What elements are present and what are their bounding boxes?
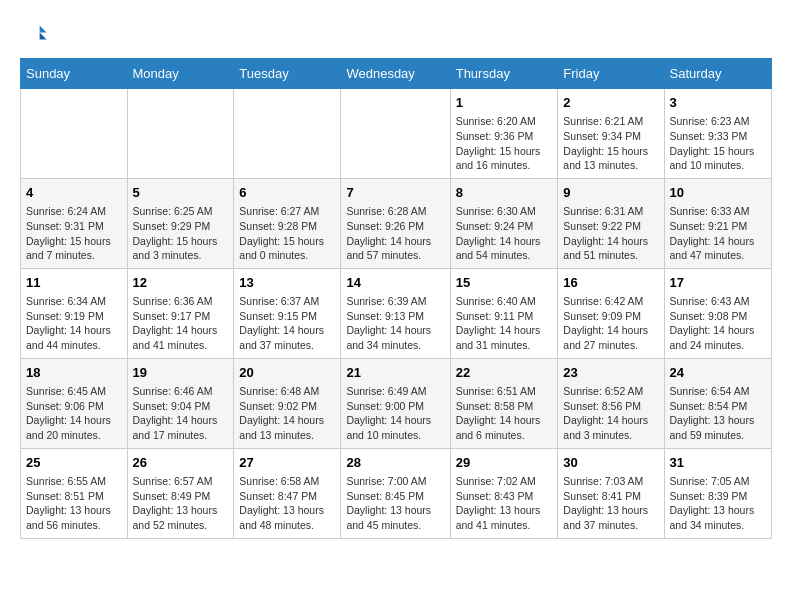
day-number: 6	[239, 184, 335, 202]
page-header	[20, 20, 772, 48]
day-info: Sunrise: 6:28 AM Sunset: 9:26 PM Dayligh…	[346, 204, 444, 263]
day-info: Sunrise: 7:05 AM Sunset: 8:39 PM Dayligh…	[670, 474, 766, 533]
day-info: Sunrise: 6:52 AM Sunset: 8:56 PM Dayligh…	[563, 384, 658, 443]
week-row-1: 1Sunrise: 6:20 AM Sunset: 9:36 PM Daylig…	[21, 89, 772, 179]
calendar-cell: 27Sunrise: 6:58 AM Sunset: 8:47 PM Dayli…	[234, 448, 341, 538]
day-number: 17	[670, 274, 766, 292]
svg-marker-1	[40, 33, 47, 40]
day-number: 27	[239, 454, 335, 472]
calendar-cell	[234, 89, 341, 179]
day-info: Sunrise: 6:54 AM Sunset: 8:54 PM Dayligh…	[670, 384, 766, 443]
day-info: Sunrise: 6:34 AM Sunset: 9:19 PM Dayligh…	[26, 294, 122, 353]
logo	[20, 20, 52, 48]
calendar-cell: 7Sunrise: 6:28 AM Sunset: 9:26 PM Daylig…	[341, 178, 450, 268]
day-info: Sunrise: 6:21 AM Sunset: 9:34 PM Dayligh…	[563, 114, 658, 173]
day-number: 9	[563, 184, 658, 202]
week-row-5: 25Sunrise: 6:55 AM Sunset: 8:51 PM Dayli…	[21, 448, 772, 538]
calendar-cell: 21Sunrise: 6:49 AM Sunset: 9:00 PM Dayli…	[341, 358, 450, 448]
weekday-header-friday: Friday	[558, 59, 664, 89]
day-number: 2	[563, 94, 658, 112]
day-number: 11	[26, 274, 122, 292]
week-row-2: 4Sunrise: 6:24 AM Sunset: 9:31 PM Daylig…	[21, 178, 772, 268]
calendar-cell: 10Sunrise: 6:33 AM Sunset: 9:21 PM Dayli…	[664, 178, 771, 268]
calendar-cell: 12Sunrise: 6:36 AM Sunset: 9:17 PM Dayli…	[127, 268, 234, 358]
day-info: Sunrise: 6:57 AM Sunset: 8:49 PM Dayligh…	[133, 474, 229, 533]
calendar-cell: 15Sunrise: 6:40 AM Sunset: 9:11 PM Dayli…	[450, 268, 558, 358]
day-info: Sunrise: 6:25 AM Sunset: 9:29 PM Dayligh…	[133, 204, 229, 263]
day-number: 14	[346, 274, 444, 292]
calendar-cell: 8Sunrise: 6:30 AM Sunset: 9:24 PM Daylig…	[450, 178, 558, 268]
day-info: Sunrise: 6:24 AM Sunset: 9:31 PM Dayligh…	[26, 204, 122, 263]
calendar-cell: 31Sunrise: 7:05 AM Sunset: 8:39 PM Dayli…	[664, 448, 771, 538]
calendar-cell: 4Sunrise: 6:24 AM Sunset: 9:31 PM Daylig…	[21, 178, 128, 268]
day-info: Sunrise: 7:02 AM Sunset: 8:43 PM Dayligh…	[456, 474, 553, 533]
day-number: 15	[456, 274, 553, 292]
day-info: Sunrise: 6:40 AM Sunset: 9:11 PM Dayligh…	[456, 294, 553, 353]
week-row-4: 18Sunrise: 6:45 AM Sunset: 9:06 PM Dayli…	[21, 358, 772, 448]
calendar-cell: 25Sunrise: 6:55 AM Sunset: 8:51 PM Dayli…	[21, 448, 128, 538]
day-number: 3	[670, 94, 766, 112]
day-info: Sunrise: 6:39 AM Sunset: 9:13 PM Dayligh…	[346, 294, 444, 353]
calendar-cell: 24Sunrise: 6:54 AM Sunset: 8:54 PM Dayli…	[664, 358, 771, 448]
day-number: 26	[133, 454, 229, 472]
day-info: Sunrise: 6:58 AM Sunset: 8:47 PM Dayligh…	[239, 474, 335, 533]
calendar-cell: 30Sunrise: 7:03 AM Sunset: 8:41 PM Dayli…	[558, 448, 664, 538]
day-number: 7	[346, 184, 444, 202]
calendar-cell: 17Sunrise: 6:43 AM Sunset: 9:08 PM Dayli…	[664, 268, 771, 358]
day-number: 25	[26, 454, 122, 472]
day-info: Sunrise: 6:48 AM Sunset: 9:02 PM Dayligh…	[239, 384, 335, 443]
calendar-cell: 18Sunrise: 6:45 AM Sunset: 9:06 PM Dayli…	[21, 358, 128, 448]
calendar-cell: 11Sunrise: 6:34 AM Sunset: 9:19 PM Dayli…	[21, 268, 128, 358]
day-number: 28	[346, 454, 444, 472]
day-number: 31	[670, 454, 766, 472]
logo-icon	[20, 20, 48, 48]
day-number: 21	[346, 364, 444, 382]
calendar-cell: 9Sunrise: 6:31 AM Sunset: 9:22 PM Daylig…	[558, 178, 664, 268]
day-number: 18	[26, 364, 122, 382]
day-number: 8	[456, 184, 553, 202]
calendar-cell: 5Sunrise: 6:25 AM Sunset: 9:29 PM Daylig…	[127, 178, 234, 268]
day-number: 23	[563, 364, 658, 382]
day-info: Sunrise: 6:23 AM Sunset: 9:33 PM Dayligh…	[670, 114, 766, 173]
calendar-cell: 6Sunrise: 6:27 AM Sunset: 9:28 PM Daylig…	[234, 178, 341, 268]
day-info: Sunrise: 6:37 AM Sunset: 9:15 PM Dayligh…	[239, 294, 335, 353]
calendar-cell: 14Sunrise: 6:39 AM Sunset: 9:13 PM Dayli…	[341, 268, 450, 358]
day-info: Sunrise: 6:55 AM Sunset: 8:51 PM Dayligh…	[26, 474, 122, 533]
day-info: Sunrise: 6:49 AM Sunset: 9:00 PM Dayligh…	[346, 384, 444, 443]
day-info: Sunrise: 6:33 AM Sunset: 9:21 PM Dayligh…	[670, 204, 766, 263]
calendar-cell	[21, 89, 128, 179]
day-number: 1	[456, 94, 553, 112]
day-number: 12	[133, 274, 229, 292]
day-info: Sunrise: 6:45 AM Sunset: 9:06 PM Dayligh…	[26, 384, 122, 443]
calendar-cell: 19Sunrise: 6:46 AM Sunset: 9:04 PM Dayli…	[127, 358, 234, 448]
weekday-header-thursday: Thursday	[450, 59, 558, 89]
day-number: 10	[670, 184, 766, 202]
day-number: 20	[239, 364, 335, 382]
day-number: 24	[670, 364, 766, 382]
weekday-header-monday: Monday	[127, 59, 234, 89]
day-number: 5	[133, 184, 229, 202]
day-info: Sunrise: 6:20 AM Sunset: 9:36 PM Dayligh…	[456, 114, 553, 173]
day-number: 4	[26, 184, 122, 202]
weekday-row: SundayMondayTuesdayWednesdayThursdayFrid…	[21, 59, 772, 89]
day-number: 30	[563, 454, 658, 472]
day-number: 19	[133, 364, 229, 382]
calendar-cell: 26Sunrise: 6:57 AM Sunset: 8:49 PM Dayli…	[127, 448, 234, 538]
day-info: Sunrise: 6:46 AM Sunset: 9:04 PM Dayligh…	[133, 384, 229, 443]
day-number: 22	[456, 364, 553, 382]
calendar-header: SundayMondayTuesdayWednesdayThursdayFrid…	[21, 59, 772, 89]
weekday-header-tuesday: Tuesday	[234, 59, 341, 89]
svg-marker-0	[40, 26, 47, 33]
weekday-header-wednesday: Wednesday	[341, 59, 450, 89]
calendar-cell	[127, 89, 234, 179]
calendar-cell: 3Sunrise: 6:23 AM Sunset: 9:33 PM Daylig…	[664, 89, 771, 179]
day-info: Sunrise: 6:30 AM Sunset: 9:24 PM Dayligh…	[456, 204, 553, 263]
calendar-cell: 1Sunrise: 6:20 AM Sunset: 9:36 PM Daylig…	[450, 89, 558, 179]
day-number: 13	[239, 274, 335, 292]
weekday-header-saturday: Saturday	[664, 59, 771, 89]
day-info: Sunrise: 7:03 AM Sunset: 8:41 PM Dayligh…	[563, 474, 658, 533]
calendar-cell	[341, 89, 450, 179]
day-info: Sunrise: 6:27 AM Sunset: 9:28 PM Dayligh…	[239, 204, 335, 263]
calendar-cell: 16Sunrise: 6:42 AM Sunset: 9:09 PM Dayli…	[558, 268, 664, 358]
calendar-cell: 20Sunrise: 6:48 AM Sunset: 9:02 PM Dayli…	[234, 358, 341, 448]
